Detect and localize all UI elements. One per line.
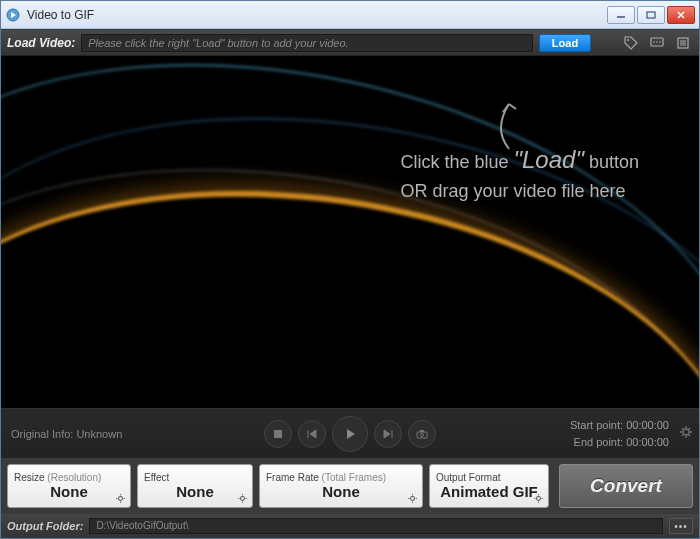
gear-icon <box>407 493 418 504</box>
message-icon[interactable] <box>647 34 667 52</box>
end-point-label: End point: <box>574 436 624 448</box>
start-point-value: 00:00:00 <box>626 419 669 431</box>
time-points: Start point: 00:00:00 End point: 00:00:0… <box>570 417 669 450</box>
gear-icon <box>115 493 126 504</box>
drop-hint-text: Click the blue "Load" button OR drag you… <box>400 142 639 205</box>
player-controls <box>264 416 436 452</box>
minimize-button[interactable] <box>607 6 635 24</box>
svg-point-42 <box>537 497 541 501</box>
gear-icon <box>533 493 544 504</box>
resize-card[interactable]: Resize (Resolution) None <box>7 464 131 508</box>
end-point-value: 00:00:00 <box>626 436 669 448</box>
snapshot-button[interactable] <box>408 420 436 448</box>
video-path-input[interactable]: Please click the right "Load" button to … <box>81 34 533 52</box>
svg-rect-17 <box>420 430 424 432</box>
stop-button[interactable] <box>264 420 292 448</box>
titlebar[interactable]: Video to GIF <box>1 1 699 29</box>
svg-point-5 <box>627 39 629 41</box>
player-row: Original Info: Unknown Start point: 00:0… <box>1 408 699 458</box>
svg-rect-15 <box>417 432 427 438</box>
app-window: Video to GIF Load Video: Please click th… <box>0 0 700 539</box>
svg-line-23 <box>682 428 683 429</box>
window-buttons <box>607 6 695 24</box>
start-point-label: Start point: <box>570 419 623 431</box>
maximize-button[interactable] <box>637 6 665 24</box>
svg-line-25 <box>689 428 690 429</box>
svg-point-27 <box>119 497 123 501</box>
app-body: Load Video: Please click the right "Load… <box>1 29 699 538</box>
time-settings-icon[interactable] <box>679 425 693 439</box>
play-button[interactable] <box>332 416 368 452</box>
settings-row: Resize (Resolution) None Effect None Fra… <box>1 458 699 514</box>
load-label: Load Video: <box>7 36 75 50</box>
gear-icon <box>237 493 248 504</box>
svg-point-32 <box>241 497 245 501</box>
output-format-card[interactable]: Output Format Animated GIF <box>429 464 549 508</box>
next-frame-button[interactable] <box>374 420 402 448</box>
close-button[interactable] <box>667 6 695 24</box>
app-icon <box>5 7 21 23</box>
svg-line-26 <box>682 435 683 436</box>
window-title: Video to GIF <box>27 8 607 22</box>
svg-point-37 <box>411 497 415 501</box>
svg-point-16 <box>421 433 424 436</box>
svg-point-8 <box>656 41 658 43</box>
original-info-label: Original Info: Unknown <box>11 428 122 440</box>
video-preview-area[interactable]: Click the blue "Load" button OR drag you… <box>1 56 699 408</box>
svg-point-7 <box>653 41 655 43</box>
convert-button[interactable]: Convert <box>559 464 693 508</box>
output-folder-label: Output Folder: <box>7 520 83 532</box>
prev-frame-button[interactable] <box>298 420 326 448</box>
load-bar: Load Video: Please click the right "Load… <box>1 30 699 56</box>
load-button[interactable]: Load <box>539 34 591 52</box>
menu-icon[interactable] <box>673 34 693 52</box>
svg-point-18 <box>683 429 689 435</box>
effect-card[interactable]: Effect None <box>137 464 253 508</box>
output-folder-path[interactable]: D:\VideotoGifOutput\ <box>89 518 663 534</box>
svg-rect-2 <box>647 12 655 18</box>
tag-icon[interactable] <box>621 34 641 52</box>
output-row: Output Folder: D:\VideotoGifOutput\ ••• <box>1 514 699 538</box>
svg-line-24 <box>689 435 690 436</box>
browse-folder-button[interactable]: ••• <box>669 518 693 534</box>
svg-rect-14 <box>274 430 282 438</box>
framerate-card[interactable]: Frame Rate (Total Frames) None <box>259 464 423 508</box>
svg-point-9 <box>659 41 661 43</box>
